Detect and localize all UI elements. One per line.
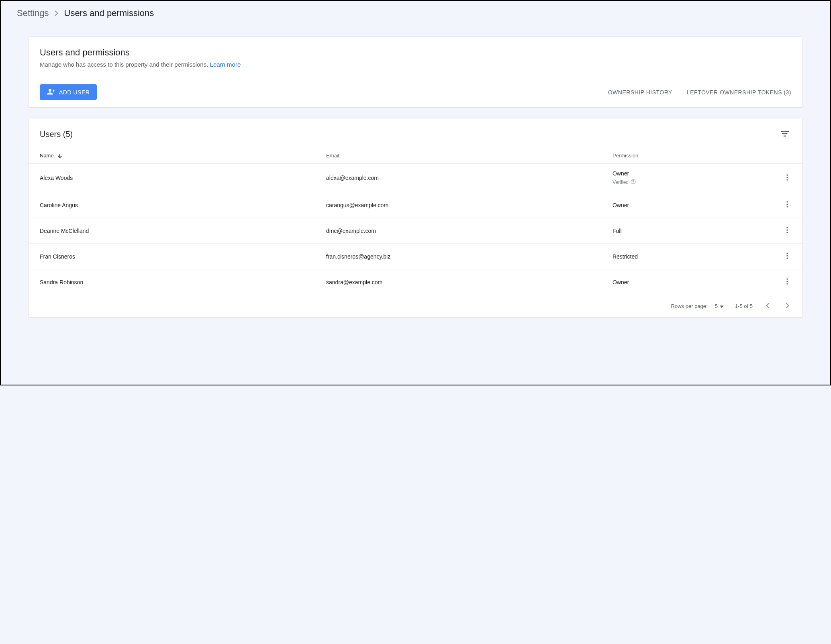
svg-point-19 [786,281,788,282]
svg-point-5 [633,183,633,183]
cell-name: Alexa Woods [29,164,315,192]
table-row: Sandra Robinsonsandra@example.comOwner [29,269,802,295]
pagination-range: 1-5 of 5 [735,303,753,309]
chevron-right-icon [786,304,790,310]
svg-point-11 [786,206,788,207]
svg-point-12 [786,227,788,228]
arrow-down-icon [57,154,62,159]
column-header-email[interactable]: Email [315,148,601,164]
table-row: Alexa Woodsalexa@example.comOwnerVerifie… [29,164,802,192]
help-icon[interactable] [631,179,636,185]
more-vert-icon [786,254,788,260]
column-header-permission[interactable]: Permission [601,148,741,164]
svg-point-0 [49,89,51,92]
rows-per-page-label: Rows per page: [671,303,708,309]
cell-email: dmc@example.com [315,218,601,244]
cell-email: alexa@example.com [315,164,601,192]
chevron-right-icon [55,10,59,16]
page-title: Users and permissions [40,47,791,58]
svg-rect-3 [784,136,786,137]
dropdown-icon [720,303,724,309]
verified-badge: Verified [613,179,729,185]
cell-name: Sandra Robinson [29,269,315,295]
add-user-button[interactable]: ADD USER [40,84,97,100]
cell-email: carangus@example.com [315,192,601,218]
cell-permission: Owner [601,269,741,295]
cell-permission: Owner [601,192,741,218]
more-vert-icon [786,280,788,286]
next-page-button[interactable] [784,301,791,312]
svg-rect-1 [781,131,789,132]
rows-per-page-select[interactable]: 5 [715,303,724,309]
cell-email: fran.cisneros@agency.biz [315,244,601,269]
svg-point-6 [786,174,788,175]
more-vert-icon [786,228,788,234]
svg-rect-2 [782,133,788,134]
cell-permission: OwnerVerified [601,164,741,192]
learn-more-link[interactable]: Learn more [210,61,241,68]
svg-point-20 [786,283,788,284]
svg-point-9 [786,201,788,202]
table-row: Deanne McClellanddmc@example.comFull [29,218,802,244]
row-menu-button[interactable] [783,224,791,237]
table-row: Caroline Anguscarangus@example.comOwner [29,192,802,218]
chevron-left-icon [766,304,770,310]
cell-name: Deanne McClelland [29,218,315,244]
table-title: Users (5) [40,130,73,139]
ownership-history-button[interactable]: OWNERSHIP HISTORY [608,89,672,96]
cell-permission: Restricted [601,244,741,269]
cell-name: Caroline Angus [29,192,315,218]
cell-permission: Full [601,218,741,244]
svg-point-15 [786,253,788,254]
breadcrumb-current: Users and permissions [64,8,154,18]
person-add-icon [47,88,55,96]
row-menu-button[interactable] [783,250,791,263]
svg-point-8 [786,179,788,180]
cell-name: Fran Cisneros [29,244,315,269]
svg-point-18 [786,278,788,279]
svg-point-13 [786,229,788,230]
header-card: Users and permissions Manage who has acc… [28,37,803,108]
svg-point-16 [786,255,788,256]
svg-point-14 [786,232,788,233]
table-row: Fran Cisnerosfran.cisneros@agency.bizRes… [29,244,802,269]
page-subtitle: Manage who has access to this property a… [40,61,791,68]
svg-point-7 [786,177,788,178]
row-menu-button[interactable] [783,199,791,211]
users-table-card: Users (5) Name Email Permi [28,119,803,318]
svg-point-17 [786,257,788,259]
more-vert-icon [786,176,788,182]
row-menu-button[interactable] [783,172,791,184]
breadcrumb: Settings Users and permissions [1,1,830,25]
breadcrumb-parent[interactable]: Settings [17,8,49,18]
cell-email: sandra@example.com [315,269,601,295]
prev-page-button[interactable] [764,301,771,312]
column-header-name[interactable]: Name [29,148,315,164]
leftover-tokens-button[interactable]: LEFTOVER OWNERSHIP TOKENS (3) [687,89,791,96]
filter-icon[interactable] [778,128,791,141]
pagination: Rows per page: 5 1-5 of 5 [29,295,802,317]
svg-point-10 [786,204,788,205]
more-vert-icon [786,203,788,209]
row-menu-button[interactable] [783,276,791,288]
